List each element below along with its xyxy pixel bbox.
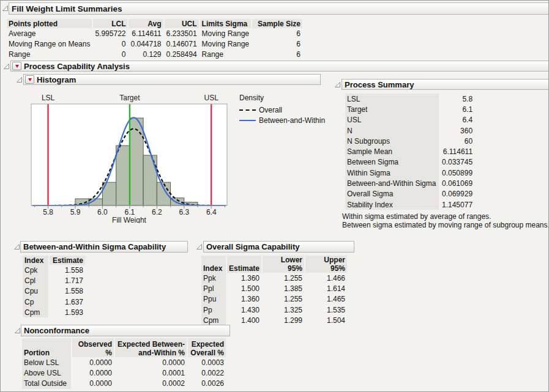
legend-entry: Between-and-Within (239, 115, 325, 125)
table-row: Cpu1.558 (23, 286, 85, 297)
bw-capability-header[interactable]: Between-and-Within Sigma Capability (20, 241, 188, 253)
section-title: Histogram (34, 75, 76, 84)
disclosure-triangle-icon[interactable] (13, 243, 20, 250)
svg-text:Fill Weight: Fill Weight (112, 216, 146, 223)
process-summary-header[interactable]: Process Summary (342, 79, 549, 90)
svg-text:6.3: 6.3 (179, 208, 189, 216)
svg-text:5.8: 5.8 (43, 208, 53, 216)
table-header-row: PortionObserved %Expected Between- and-W… (22, 338, 226, 357)
table-row: LSL5.8 (345, 94, 474, 104)
section-title: Nonconformance (21, 326, 89, 335)
within-sigma-note: Within sigma estimated by average of ran… (342, 212, 491, 221)
svg-text:5.9: 5.9 (70, 208, 81, 216)
histogram-panel: LSLTargetUSL5.85.96.06.16.26.36.4Fill We… (25, 91, 356, 223)
svg-text:6.4: 6.4 (206, 208, 217, 216)
red-triangle-menu-button[interactable] (25, 75, 34, 84)
disclosure-triangle-icon[interactable] (196, 243, 203, 250)
table-header-row: Points plottedLCLAvgUCLLimits SigmaSampl… (7, 19, 302, 28)
svg-text:6.1: 6.1 (125, 208, 135, 216)
process-capability-header[interactable]: Process Capability Analysis (10, 61, 549, 72)
table-row: Above USL0.00000.00010.0022 (22, 368, 226, 378)
red-triangle-icon (28, 78, 32, 81)
legend-title: Density (239, 94, 325, 102)
table-row: Ppl1.5001.3851.614 (201, 283, 347, 294)
section-title: Process Summary (342, 80, 414, 89)
svg-text:USL: USL (204, 94, 219, 102)
legend-label: Between-and-Within (259, 116, 325, 125)
table-header-row: IndexEstimate (23, 256, 85, 265)
section-title: Overall Sigma Capability (204, 242, 299, 251)
legend-entry: Overall (239, 105, 325, 115)
table-row: Total Outside0.00000.00020.0026 (22, 379, 226, 389)
overall-capability-table: IndexEstimateLower 95%Upper 95%Ppk1.3601… (200, 256, 348, 325)
limit-summaries-table: Points plottedLCLAvgUCLLimits SigmaSampl… (6, 19, 304, 60)
disclosure-triangle-icon[interactable] (16, 76, 23, 83)
bw-capability-table: IndexEstimateCpk1.558Cpl1.717Cpu1.558Cp1… (21, 256, 86, 317)
table-row: N Subgroups60 (345, 136, 474, 146)
jmp-report-window: Fill Weight Limit Summaries Points plott… (0, 0, 549, 392)
table-row: Stability Index1.145077 (345, 199, 474, 210)
table-row: Target6.1 (345, 104, 474, 114)
nonconformance-table: PortionObserved %Expected Between- and-W… (21, 338, 227, 389)
table-row: Overall Sigma0.069929 (345, 189, 474, 199)
disclosure-triangle-icon[interactable] (14, 327, 21, 334)
red-triangle-menu-button[interactable] (12, 62, 21, 70)
svg-text:LSL: LSL (42, 94, 55, 102)
overall-capability-header[interactable]: Overall Sigma Capability (203, 241, 354, 253)
table-row: Cpm1.4001.2991.504 (201, 315, 347, 325)
between-sigma-note: Between sigma estimated by moving range … (342, 221, 549, 229)
table-row: Within Sigma0.050899 (345, 168, 474, 178)
report-title-bar[interactable]: Fill Weight Limit Summaries (9, 2, 549, 15)
table-row: Sample Mean6.114611 (345, 146, 474, 157)
table-row: Ppk1.3601.2551.466 (201, 273, 347, 283)
dashed-line-icon (239, 109, 256, 111)
table-row: Cpk1.558 (23, 265, 85, 275)
table-row: Cpm1.593 (23, 307, 85, 317)
table-row: USL6.4 (345, 115, 474, 125)
disclosure-triangle-icon[interactable] (334, 81, 341, 88)
table-row: Moving Range on Means00.0447180.146071Mo… (7, 39, 302, 49)
red-triangle-icon (15, 65, 19, 68)
table-row: Average5.9957226.1146116.233501Moving Ra… (7, 28, 302, 39)
table-row: Pp1.4301.3251.535 (201, 305, 347, 315)
section-title: Process Capability Analysis (21, 62, 130, 71)
table-row: N360 (345, 125, 474, 136)
table-row: Between-and-Within Sigma0.061069 (345, 178, 474, 188)
table-row: Ppu1.3601.2551.465 (201, 294, 347, 305)
svg-text:6.0: 6.0 (97, 208, 108, 216)
table-row: Between Sigma0.033745 (345, 157, 474, 168)
section-title: Between-and-Within Sigma Capability (21, 242, 166, 251)
histogram-chart: LSLTargetUSL5.85.96.06.16.26.36.4Fill We… (25, 91, 233, 223)
disclosure-triangle-icon[interactable] (2, 5, 9, 12)
page-title: Fill Weight Limit Summaries (9, 4, 122, 13)
density-legend: Density OverallBetween-and-Within (239, 94, 325, 125)
svg-text:Target: Target (119, 94, 140, 102)
svg-text:6.2: 6.2 (152, 208, 162, 216)
table-header-row: IndexEstimateLower 95%Upper 95% (201, 256, 347, 273)
process-summary-table: LSL5.8Target6.1USL6.4N360N Subgroups60Sa… (344, 94, 476, 210)
table-row: Cpl1.717 (23, 275, 85, 286)
histogram-header[interactable]: Histogram (23, 74, 321, 85)
solid-line-icon (239, 120, 256, 121)
table-row: Cp1.637 (23, 297, 85, 307)
table-row: Below LSL0.00000.00000.0003 (22, 357, 226, 368)
legend-label: Overall (259, 106, 282, 114)
nonconformance-header[interactable]: Nonconformance (21, 325, 230, 336)
disclosure-triangle-icon[interactable] (3, 63, 10, 70)
table-row: Range00.1290.258494Range6 (7, 50, 302, 60)
